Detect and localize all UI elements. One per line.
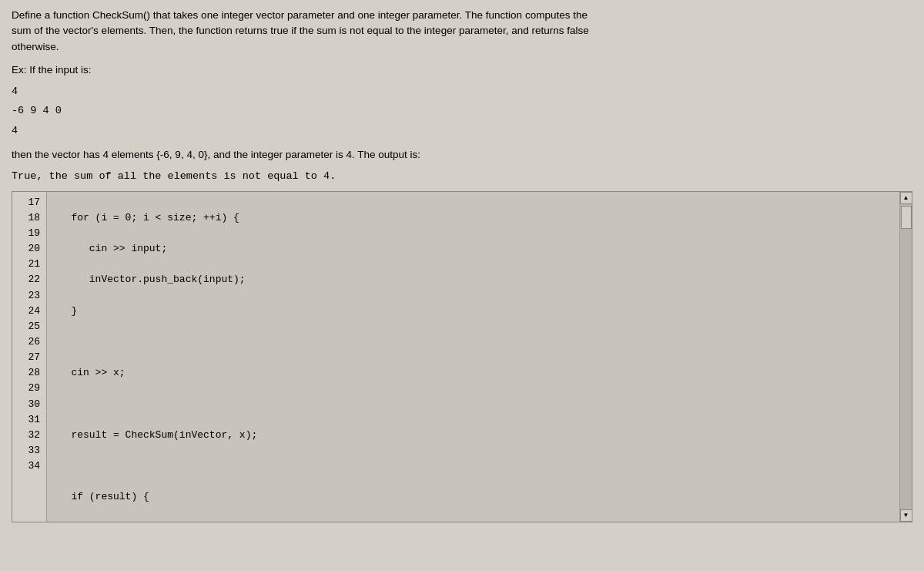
description-paragraph: Define a function CheckSum() that takes … (12, 8, 912, 55)
code-line-24: result = CheckSum(inVector, x); (53, 428, 893, 443)
main-container: Define a function CheckSum() that takes … (0, 0, 924, 571)
desc-line1: Define a function CheckSum() that takes … (12, 9, 588, 21)
code-editor[interactable]: 17 18 19 20 21 22 23 24 25 26 27 28 29 3… (12, 191, 912, 522)
code-content[interactable]: for (i = 0; i < size; ++i) { cin >> inpu… (47, 192, 899, 522)
line-num-34: 34 (17, 458, 40, 474)
code-line-19: inVector.push_back(input); (53, 272, 893, 287)
line-num-27: 27 (17, 350, 40, 365)
line-num-30: 30 (17, 397, 40, 412)
line-num-28: 28 (17, 365, 40, 381)
line-num-18: 18 (17, 210, 40, 226)
line-num-32: 32 (17, 428, 40, 443)
line-num-24: 24 (17, 304, 40, 319)
line-num-19: 19 (17, 226, 40, 241)
line-num-29: 29 (17, 381, 40, 396)
code-line-17: for (i = 0; i < size; ++i) { (53, 210, 893, 226)
code-line-21 (53, 334, 893, 350)
input-line3: 4 (12, 123, 912, 139)
line-num-20: 20 (17, 241, 40, 257)
line-num-23: 23 (17, 288, 40, 304)
description2: then the vector has 4 elements {-6, 9, 4… (12, 147, 912, 163)
code-line-26: if (result) { (53, 489, 893, 505)
code-line-22: cin >> x; (53, 365, 893, 381)
scrollbar-up-button[interactable]: ▲ (900, 192, 912, 204)
code-line-25 (53, 458, 893, 474)
scrollbar[interactable]: ▲ ▼ (899, 192, 912, 522)
code-line-18: cin >> input; (53, 241, 893, 257)
input-line2: -6 9 4 0 (12, 102, 912, 119)
code-line-20: } (53, 304, 893, 319)
line-num-25: 25 (17, 319, 40, 334)
line-num-17: 17 (17, 195, 40, 210)
line-num-26: 26 (17, 334, 40, 350)
scrollbar-thumb[interactable] (901, 206, 912, 229)
scrollbar-track[interactable] (900, 204, 912, 509)
line-num-22: 22 (17, 272, 40, 287)
code-line-27: cout << "True, the sum of all the elemen… (53, 521, 893, 522)
input-line1: 4 (12, 83, 912, 100)
scrollbar-down-button[interactable]: ▼ (900, 509, 912, 522)
line-num-31: 31 (17, 412, 40, 428)
output-line: True, the sum of all the elements is not… (12, 170, 912, 182)
desc-line2: sum of the vector's elements. Then, the … (12, 25, 589, 36)
code-line-23 (53, 397, 893, 412)
line-num-21: 21 (17, 257, 40, 272)
line-num-33: 33 (17, 443, 40, 458)
example-label: Ex: If the input is: (12, 64, 912, 76)
desc-line3: otherwise. (12, 41, 59, 52)
line-numbers: 17 18 19 20 21 22 23 24 25 26 27 28 29 3… (12, 192, 47, 522)
